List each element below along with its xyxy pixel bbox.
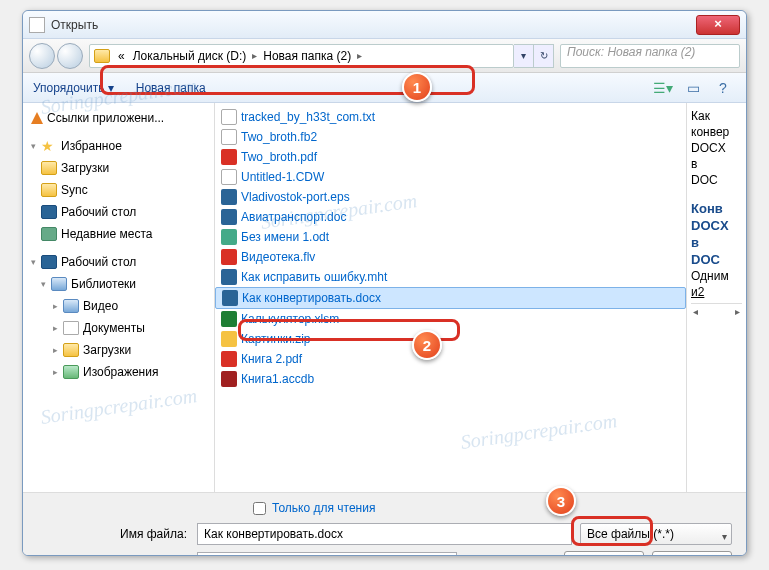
filename-label: Имя файла: bbox=[37, 527, 197, 541]
sidebar-sync[interactable]: Sync bbox=[23, 179, 214, 201]
folder-icon bbox=[94, 49, 110, 63]
cancel-button[interactable]: Отмена bbox=[652, 551, 732, 556]
accdb-icon bbox=[221, 371, 237, 387]
version-combo[interactable]: Текущая версия bbox=[197, 552, 457, 556]
file-item[interactable]: tracked_by_h33t_com.txt bbox=[215, 107, 686, 127]
new-folder-button[interactable]: Новая папка bbox=[136, 81, 206, 95]
bottom-panel: Только для чтения Имя файла: Как конверт… bbox=[23, 493, 746, 556]
sidebar-libraries[interactable]: ▾Библиотеки bbox=[23, 273, 214, 295]
nav-row: « Локальный диск (D:) ▸ Новая папка (2) … bbox=[23, 39, 746, 73]
fb2-icon bbox=[221, 129, 237, 145]
nav-forward-button[interactable] bbox=[57, 43, 83, 69]
chevron-right-icon: ▸ bbox=[53, 341, 63, 359]
library-icon bbox=[51, 277, 67, 291]
app-icon bbox=[29, 17, 45, 33]
pictures-icon bbox=[63, 365, 79, 379]
file-name: Untitled-1.CDW bbox=[241, 168, 324, 186]
vlc-icon bbox=[31, 112, 43, 124]
breadcrumb-prefix[interactable]: « bbox=[114, 49, 129, 63]
pdf-icon bbox=[221, 149, 237, 165]
view-mode-button[interactable]: ☰▾ bbox=[650, 77, 676, 99]
sidebar-favorites[interactable]: ▾★Избранное bbox=[23, 135, 214, 157]
sidebar-desktop[interactable]: Рабочий стол bbox=[23, 201, 214, 223]
breadcrumb-dropdown[interactable]: ▾ bbox=[514, 44, 534, 68]
file-item[interactable]: Как исправить ошибку.mht bbox=[215, 267, 686, 287]
recent-icon bbox=[41, 227, 57, 241]
nav-back-button[interactable] bbox=[29, 43, 55, 69]
file-item[interactable]: Two_broth.pdf bbox=[215, 147, 686, 167]
file-item[interactable]: Untitled-1.CDW bbox=[215, 167, 686, 187]
cdw-icon bbox=[221, 169, 237, 185]
sidebar-desktop2[interactable]: ▾Рабочий стол bbox=[23, 251, 214, 273]
chevron-down-icon: ▾ bbox=[31, 137, 41, 155]
sidebar-documents[interactable]: ▸Документы bbox=[23, 317, 214, 339]
file-list[interactable]: tracked_by_h33t_com.txtTwo_broth.fb2Two_… bbox=[215, 103, 686, 492]
file-item[interactable]: Без имени 1.odt bbox=[215, 227, 686, 247]
flv-icon bbox=[221, 249, 237, 265]
sidebar-recent[interactable]: Недавние места bbox=[23, 223, 214, 245]
sidebar-downloads[interactable]: Загрузки bbox=[23, 157, 214, 179]
txt-icon bbox=[221, 109, 237, 125]
file-name: Книга1.accdb bbox=[241, 370, 314, 388]
sidebar-video[interactable]: ▸Видео bbox=[23, 295, 214, 317]
file-name: Two_broth.pdf bbox=[241, 148, 317, 166]
readonly-checkbox[interactable] bbox=[253, 502, 266, 515]
file-name: Как исправить ошибку.mht bbox=[241, 268, 387, 286]
breadcrumb-disk[interactable]: Локальный диск (D:) bbox=[129, 49, 251, 63]
organize-menu[interactable]: Упорядочить ▾ bbox=[33, 81, 114, 95]
file-item[interactable]: Книга 2.pdf bbox=[215, 349, 686, 369]
preview-pane: Как конвер DOCX в DOC Конв DOCX в DOC Од… bbox=[686, 103, 746, 492]
file-name: Two_broth.fb2 bbox=[241, 128, 317, 146]
mht-icon bbox=[221, 269, 237, 285]
file-item[interactable]: Книга1.accdb bbox=[215, 369, 686, 389]
help-button[interactable]: ? bbox=[710, 77, 736, 99]
file-item[interactable]: Two_broth.fb2 bbox=[215, 127, 686, 147]
file-name: tracked_by_h33t_com.txt bbox=[241, 108, 375, 126]
file-name: Vladivostok-port.eps bbox=[241, 188, 350, 206]
chevron-right-icon: ▸ bbox=[53, 319, 63, 337]
odt-icon bbox=[221, 229, 237, 245]
eps-icon bbox=[221, 189, 237, 205]
desktop-icon bbox=[41, 205, 57, 219]
document-icon bbox=[63, 321, 79, 335]
refresh-button[interactable]: ↻ bbox=[534, 44, 554, 68]
preview-toggle-button[interactable]: ▭ bbox=[680, 77, 706, 99]
folder-icon bbox=[41, 161, 57, 175]
close-button[interactable]: × bbox=[696, 15, 740, 35]
sidebar-pictures[interactable]: ▸Изображения bbox=[23, 361, 214, 383]
file-item[interactable]: Как конвертировать.docx bbox=[215, 287, 686, 309]
file-name: Как конвертировать.docx bbox=[242, 289, 381, 307]
chevron-down-icon: ▾ bbox=[41, 275, 51, 293]
desktop-icon bbox=[41, 255, 57, 269]
open-button[interactable]: Открыть bbox=[564, 551, 644, 556]
filetype-combo[interactable]: Все файлы (*.*) bbox=[580, 523, 732, 545]
sidebar-app-links[interactable]: Ссылки приложени... bbox=[23, 107, 214, 129]
open-dialog: Открыть × « Локальный диск (D:) ▸ Новая … bbox=[22, 10, 747, 556]
breadcrumb[interactable]: « Локальный диск (D:) ▸ Новая папка (2) … bbox=[89, 44, 514, 68]
pdf-icon bbox=[221, 351, 237, 367]
chevron-right-icon[interactable]: ▸ bbox=[355, 50, 364, 61]
breadcrumb-folder[interactable]: Новая папка (2) bbox=[259, 49, 355, 63]
file-name: Книга 2.pdf bbox=[241, 350, 302, 368]
docword-icon bbox=[222, 290, 238, 306]
file-item[interactable]: Видеотека.flv bbox=[215, 247, 686, 267]
chevron-right-icon: ▸ bbox=[53, 363, 63, 381]
readonly-label[interactable]: Только для чтения bbox=[272, 501, 375, 515]
sidebar-downloads2[interactable]: ▸Загрузки bbox=[23, 339, 214, 361]
search-input[interactable]: Поиск: Новая папка (2) bbox=[560, 44, 740, 68]
zip-icon bbox=[221, 331, 237, 347]
file-item[interactable]: Картинки.zip bbox=[215, 329, 686, 349]
preview-scrollbar[interactable]: ◂▸ bbox=[691, 303, 742, 319]
folder-icon bbox=[63, 343, 79, 357]
file-item[interactable]: Калькулятор.xlsm bbox=[215, 309, 686, 329]
titlebar: Открыть × bbox=[23, 11, 746, 39]
chevron-right-icon[interactable]: ▸ bbox=[250, 50, 259, 61]
chevron-down-icon: ▾ bbox=[31, 253, 41, 271]
xlsm-icon bbox=[221, 311, 237, 327]
file-item[interactable]: Авиатранспорт.doc bbox=[215, 207, 686, 227]
folder-icon bbox=[41, 183, 57, 197]
file-item[interactable]: Vladivostok-port.eps bbox=[215, 187, 686, 207]
filename-input[interactable]: Как конвертировать.docx bbox=[197, 523, 572, 545]
file-name: Авиатранспорт.doc bbox=[241, 208, 346, 226]
file-name: Калькулятор.xlsm bbox=[241, 310, 339, 328]
